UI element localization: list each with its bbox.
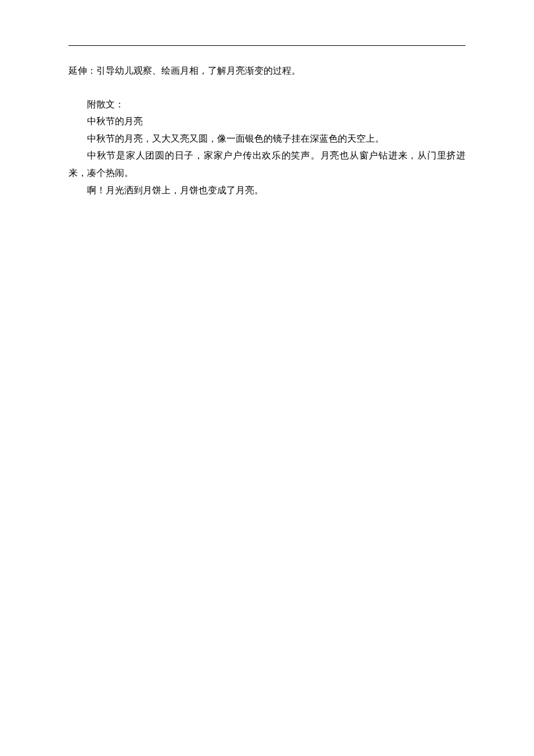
extension-text: 延伸：引导幼儿观察、绘画月相，了解月亮渐变的过程。 [68, 62, 466, 80]
horizontal-rule [68, 45, 466, 46]
blank-line [68, 80, 466, 96]
prose-paragraph-2: 中秋节是家人团圆的日子，家家户户传出欢乐的笑声。月亮也从窗户钻进来，从门里挤进来… [68, 147, 466, 181]
prose-paragraph-1: 中秋节的月亮，又大又亮又圆，像一面银色的镜子挂在深蓝色的天空上。 [68, 130, 466, 147]
attachment-label: 附散文： [68, 96, 466, 113]
prose-title: 中秋节的月亮 [68, 113, 466, 130]
prose-paragraph-3: 啊！月光洒到月饼上，月饼也变成了月亮。 [68, 182, 466, 199]
document-page: 延伸：引导幼儿观察、绘画月相，了解月亮渐变的过程。 附散文： 中秋节的月亮 中秋… [0, 0, 534, 199]
